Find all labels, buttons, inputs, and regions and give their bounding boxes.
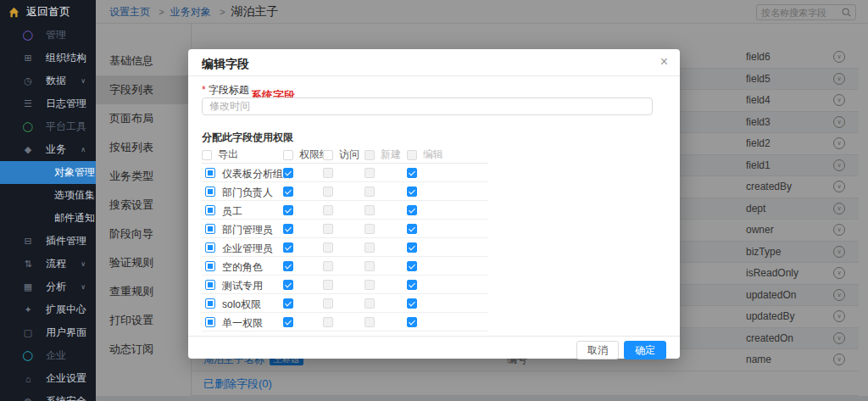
sidebar-item[interactable]: ◯ 平台工具 (0, 115, 96, 138)
create-checkbox[interactable] (323, 205, 333, 215)
sidebar-item[interactable]: ▢ 用户界面 ∨ (0, 321, 96, 344)
sidebar-item[interactable]: ✦ 扩展中心 ∨ (0, 298, 96, 321)
data-icon: ◷ (22, 75, 34, 86)
edit-checkbox[interactable] (364, 280, 375, 290)
export-checkbox[interactable] (407, 168, 417, 178)
create-checkbox[interactable] (323, 298, 333, 309)
row-select-checkbox[interactable] (205, 205, 215, 215)
sidebar-item[interactable]: ⌂ 企业设置 ∨ (0, 367, 96, 390)
row-select-checkbox[interactable] (205, 261, 215, 271)
chevron-icon: ∨ (81, 77, 86, 85)
row-select-checkbox[interactable] (205, 317, 215, 327)
sidebar-item[interactable]: 邮件通知 (0, 207, 96, 230)
permission-group-name: 测试专用 (222, 279, 263, 293)
column-checkbox[interactable] (364, 150, 375, 160)
cancel-button[interactable]: 取消 (576, 341, 619, 359)
sidebar-item-label: 选项值集 (54, 188, 95, 203)
edit-field-modal: 编辑字段 × *字段标题 系统字段 分配此字段使用权限 权限组 访问 (188, 49, 680, 359)
business-icon: ◆ (22, 144, 34, 155)
edit-checkbox[interactable] (364, 187, 375, 197)
row-select-checkbox[interactable] (205, 298, 215, 309)
sidebar-item[interactable]: ☰ 日志管理 ∨ (0, 92, 96, 115)
sidebar-item[interactable]: 对象管理 (0, 161, 96, 184)
access-checkbox[interactable] (283, 317, 293, 327)
column-checkbox[interactable] (202, 150, 212, 160)
edit-checkbox[interactable] (364, 205, 375, 215)
access-checkbox[interactable] (283, 205, 293, 215)
export-checkbox[interactable] (407, 317, 417, 327)
sidebar-item[interactable]: ▦ 分析 ∨ (0, 276, 96, 298)
access-checkbox[interactable] (283, 187, 293, 197)
access-checkbox[interactable] (283, 280, 293, 290)
row-select-checkbox[interactable] (205, 187, 215, 197)
row-select-checkbox[interactable] (205, 224, 215, 234)
export-checkbox[interactable] (407, 224, 417, 234)
export-checkbox[interactable] (407, 205, 417, 215)
create-checkbox[interactable] (323, 280, 333, 290)
back-home-label: 返回首页 (26, 4, 70, 19)
log-management-icon: ☰ (22, 98, 34, 109)
edit-checkbox[interactable] (364, 261, 375, 271)
sidebar-item[interactable]: ◷ 数据 ∨ (0, 70, 96, 92)
edit-checkbox[interactable] (364, 242, 375, 253)
sidebar-item[interactable]: ◍ 系统安全 (0, 390, 96, 401)
edit-checkbox[interactable] (364, 317, 375, 327)
modal-title: 编辑字段 (202, 57, 249, 72)
create-checkbox[interactable] (323, 224, 333, 234)
access-checkbox[interactable] (283, 261, 293, 271)
chevron-icon: ∨ (81, 237, 86, 245)
field-title-label-text: 字段标题 (209, 84, 249, 96)
plugin-management-icon: ⊟ (22, 236, 34, 247)
export-checkbox[interactable] (407, 242, 417, 253)
permission-row: 员工 (202, 201, 488, 220)
close-icon[interactable]: × (660, 55, 668, 69)
create-checkbox[interactable] (323, 261, 333, 271)
sidebar-item[interactable]: 选项值集 (0, 184, 96, 207)
sidebar-item[interactable]: ⊟ 插件管理 ∨ (0, 230, 96, 253)
sidebar-item[interactable]: ⇅ 流程 ∨ (0, 253, 96, 276)
row-select-checkbox[interactable] (205, 168, 215, 178)
chevron-icon: ∨ (81, 100, 86, 108)
export-checkbox[interactable] (407, 298, 417, 309)
sidebar-item[interactable]: ◆ 业务 ∧ (0, 138, 96, 161)
column-label: 新建 (381, 148, 401, 162)
field-title-label: *字段标题 (202, 83, 249, 97)
chevron-icon: ∨ (81, 283, 86, 291)
access-checkbox[interactable] (283, 168, 293, 178)
field-title-input[interactable] (202, 97, 653, 115)
create-checkbox[interactable] (323, 187, 333, 197)
chevron-icon: ∨ (81, 306, 86, 314)
row-select-checkbox[interactable] (205, 280, 215, 290)
sidebar-item[interactable]: ◯ 管理 (0, 24, 96, 47)
access-checkbox[interactable] (283, 298, 293, 309)
create-checkbox[interactable] (323, 168, 333, 178)
permission-column-header: 编辑 (407, 148, 443, 162)
column-checkbox[interactable] (283, 150, 293, 160)
sidebar-item[interactable]: ◯ 企业 (0, 344, 96, 367)
back-home-button[interactable]: 返回首页 (0, 0, 96, 24)
access-checkbox[interactable] (283, 224, 293, 234)
permission-rows: 仪表板分析组件 部门负责人 员工 (202, 164, 488, 331)
edit-checkbox[interactable] (364, 224, 375, 234)
sidebar-item[interactable]: ⊞ 组织结构 ∨ (0, 47, 96, 70)
access-checkbox[interactable] (283, 242, 293, 253)
column-checkbox[interactable] (407, 150, 417, 160)
required-mark: * (202, 84, 206, 96)
export-checkbox[interactable] (407, 280, 417, 290)
permission-row: 部门管理员 (202, 220, 488, 238)
confirm-button[interactable]: 确定 (624, 341, 666, 359)
edit-checkbox[interactable] (364, 298, 375, 309)
sidebar-item-label: 业务 (46, 142, 66, 157)
permission-column-header: 新建 (364, 148, 401, 162)
enterprise-settings-icon: ⌂ (22, 374, 34, 384)
row-select-checkbox[interactable] (205, 242, 215, 253)
permission-row: 仪表板分析组件 (202, 164, 488, 182)
export-checkbox[interactable] (407, 187, 417, 197)
export-checkbox[interactable] (407, 261, 417, 271)
create-checkbox[interactable] (323, 242, 333, 253)
permission-table-header: 权限组 访问 新建 编辑 导出 (202, 144, 488, 164)
column-checkbox[interactable] (323, 150, 333, 160)
permission-row: 部门负责人 (202, 182, 488, 201)
edit-checkbox[interactable] (364, 168, 375, 178)
create-checkbox[interactable] (323, 317, 333, 327)
